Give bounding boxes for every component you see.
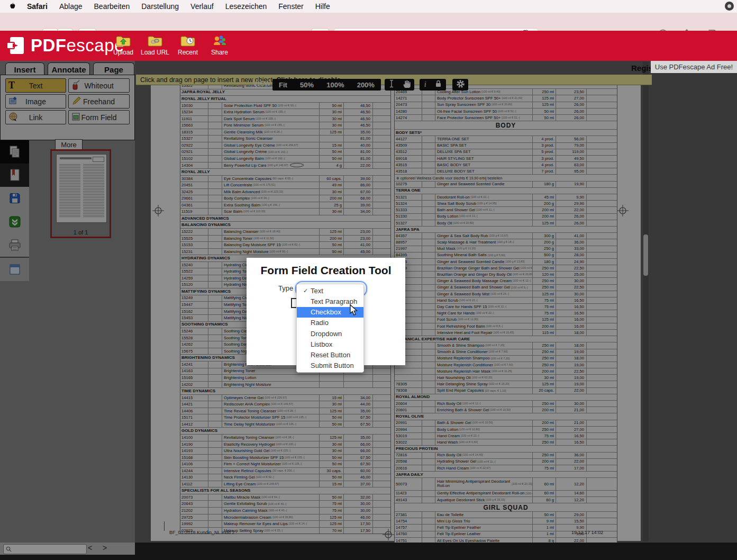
share-label: Share [211,49,228,56]
menu-item-text[interactable]: ✓Text [297,285,363,296]
menu-item-label: Checkbox [311,308,341,316]
menu-item-dropdown[interactable]: Dropdown [297,328,363,339]
browser-toolbar: www.pdfescape.com/open/?445410F7FE464F46… [0,13,737,31]
menubar-item-lesezeichen[interactable]: Lesezeichen [220,2,273,11]
menu-item-submit-button[interactable]: Submit Button [297,360,363,371]
apple-icon[interactable] [0,2,21,11]
upload-label: Upload [113,49,133,56]
recent-folder-icon [171,33,204,49]
menubar-item-verlauf[interactable]: Verlauf [185,2,220,11]
menubar-status-icon[interactable] [725,2,734,11]
load-url-folder-icon [139,33,171,49]
type-dropdown-menu: ✓TextText ParagraphCheckboxRadioDropdown… [296,284,364,373]
mouse-cursor [349,304,359,316]
menubar-item-darstellung[interactable]: Darstellung [135,2,185,11]
menu-item-label: Listbox [311,340,332,348]
screen: Safari Ablage Bearbeiten Darstellung Ver… [0,0,737,560]
menu-item-radio[interactable]: Radio [297,318,363,328]
check-icon: ✓ [303,287,311,294]
menu-item-label: Reset Button [311,351,350,359]
menu-item-label: Text [311,287,323,295]
menubar-item-ablage[interactable]: Ablage [53,2,88,11]
menu-item-reset-button[interactable]: Reset Button [297,350,363,360]
pdfescape-logo-icon [6,35,26,56]
share-people-icon [203,33,236,49]
menubar-item-fenster[interactable]: Fenster [272,2,309,11]
load-url-button[interactable]: Load URL [139,33,171,56]
menubar-item-bearbeiten[interactable]: Bearbeiten [88,2,136,11]
menubar-item-safari[interactable]: Safari [21,2,53,11]
menu-item-label: Radio [311,319,329,327]
share-button[interactable]: Share [203,33,236,56]
pdfescape-header: PDFescape Upload Load URL Recent Share [0,31,737,61]
recent-button[interactable]: Recent [171,33,204,56]
dialog-title: Form Field Creation Tool [247,264,405,277]
macos-menubar: Safari Ablage Bearbeiten Darstellung Ver… [0,0,737,13]
menu-item-label: Dropdown [311,330,342,338]
menu-item-label: Submit Button [311,362,354,369]
menubar-item-hilfe[interactable]: Hilfe [310,2,336,11]
recent-label: Recent [178,49,198,56]
load-url-label: Load URL [141,49,169,56]
upload-button[interactable]: Upload [107,33,140,56]
type-label: Type [278,284,293,292]
upload-folder-icon [107,33,140,49]
menu-item-listbox[interactable]: Listbox [297,339,363,349]
ad-free-banner[interactable]: Use PDFescape Ad Free! [651,61,737,73]
